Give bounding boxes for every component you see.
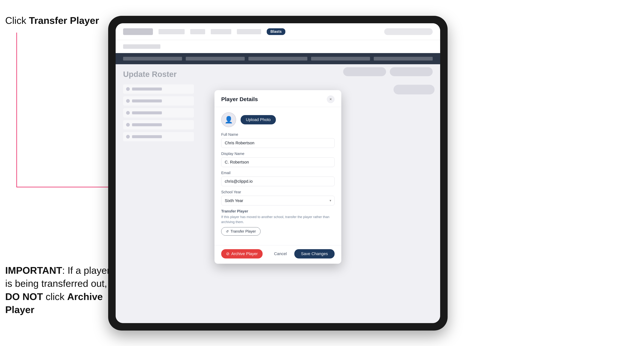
school-year-group: School Year Sixth Year First Year Second… [221, 190, 334, 205]
modal-backdrop: Player Details × 👤 Up [116, 53, 440, 323]
breadcrumb [123, 44, 160, 49]
email-input[interactable] [221, 176, 334, 186]
bottom-instruction: IMPORTANT: If a player is being transfer… [5, 264, 114, 316]
save-changes-button[interactable]: Save Changes [294, 249, 334, 258]
tablet-frame: Blasts Update Roster [108, 16, 448, 331]
nav-coaches[interactable] [211, 29, 231, 34]
top-instruction: Click Transfer Player [5, 15, 99, 26]
tablet-screen: Blasts Update Roster [116, 23, 440, 323]
modal-title: Player Details [221, 96, 258, 102]
display-name-label: Display Name [221, 152, 334, 156]
upload-photo-button[interactable]: Upload Photo [240, 115, 276, 124]
photo-row: 👤 Upload Photo [221, 112, 334, 127]
nav-blasts-label: Blasts [270, 29, 282, 34]
modal-header: Player Details × [214, 90, 341, 107]
school-year-label: School Year [221, 190, 334, 194]
school-year-select[interactable]: Sixth Year First Year Second Year Third … [221, 196, 334, 205]
archive-icon: ⊘ [226, 251, 230, 256]
full-name-label: Full Name [221, 132, 334, 137]
modal-footer: ⊘ Archive Player Cancel Save Changes [214, 245, 341, 264]
avatar-person-icon: 👤 [224, 116, 233, 124]
full-name-group: Full Name [221, 132, 334, 148]
nav-tools[interactable] [190, 29, 205, 34]
close-icon: × [330, 97, 332, 102]
cancel-button[interactable]: Cancel [270, 249, 290, 258]
instruction-prefix: Click [5, 15, 29, 26]
footer-right: Cancel Save Changes [270, 249, 334, 258]
upload-photo-label: Upload Photo [246, 117, 270, 122]
avatar: 👤 [221, 112, 236, 127]
nav-dashboards[interactable] [158, 29, 185, 34]
transfer-player-label: Transfer Player [230, 229, 256, 233]
archive-player-button[interactable]: ⊘ Archive Player [221, 249, 262, 258]
important-label: IMPORTANT [5, 265, 62, 276]
transfer-icon: ↺ [226, 229, 229, 233]
modal-close-button[interactable]: × [327, 95, 334, 103]
transfer-player-section: Transfer Player If this player has moved… [221, 209, 334, 236]
player-details-modal: Player Details × 👤 Up [214, 90, 341, 264]
nav-blasts[interactable]: Blasts [267, 28, 285, 35]
email-label: Email [221, 171, 334, 175]
save-changes-label: Save Changes [301, 251, 328, 256]
instruction-bold: Transfer Player [29, 15, 99, 26]
sub-header [116, 40, 440, 53]
header-user-area [384, 28, 433, 35]
display-name-input[interactable] [221, 157, 334, 167]
app-logo [123, 28, 153, 35]
cancel-label: Cancel [274, 251, 287, 256]
do-not-label: DO NOT [5, 291, 43, 302]
transfer-section-description: If this player has moved to another scho… [221, 214, 334, 225]
full-name-input[interactable] [221, 138, 334, 148]
main-content: Update Roster [116, 53, 440, 323]
annotation-vertical-line [16, 33, 17, 187]
nav-usermgmt[interactable] [237, 29, 261, 34]
archive-player-label: Archive Player [231, 251, 258, 256]
transfer-player-button[interactable]: ↺ Transfer Player [221, 227, 260, 236]
school-year-select-wrapper: Sixth Year First Year Second Year Third … [221, 196, 334, 205]
email-group: Email [221, 171, 334, 186]
modal-body: 👤 Upload Photo Full Name [214, 107, 341, 245]
app-header: Blasts [116, 23, 440, 40]
transfer-section-title: Transfer Player [221, 209, 334, 213]
display-name-group: Display Name [221, 152, 334, 167]
